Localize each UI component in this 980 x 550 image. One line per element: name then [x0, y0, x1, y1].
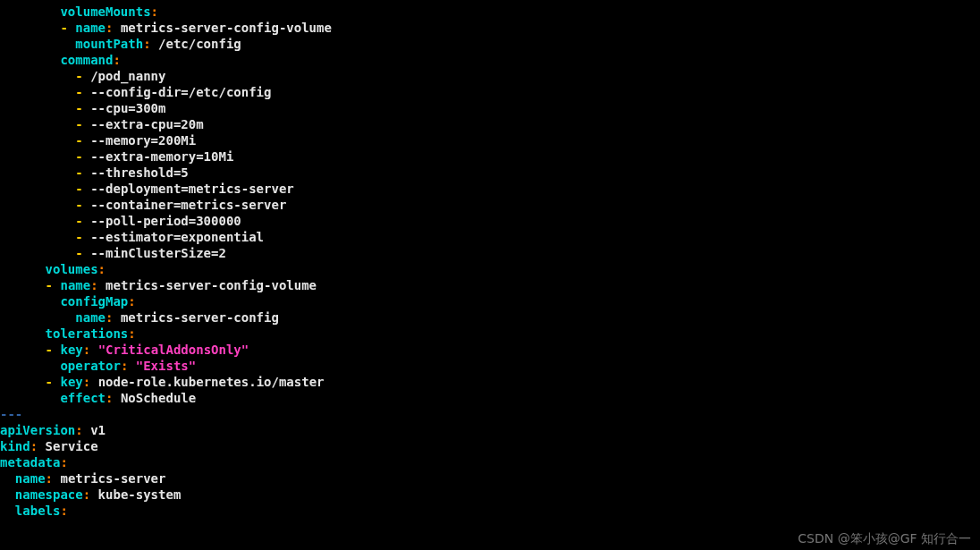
yaml-code-block: volumeMounts: - name: metrics-server-con…	[0, 0, 980, 519]
key-tolerations: tolerations	[46, 326, 129, 341]
key-volumes: volumes	[46, 262, 98, 276]
doc-separator: ---	[0, 407, 22, 421]
key-volumeMounts: volumeMounts	[60, 4, 150, 19]
watermark-text: CSDN @笨小孩@GF 知行合一	[798, 530, 971, 546]
key-command: command	[60, 53, 113, 67]
